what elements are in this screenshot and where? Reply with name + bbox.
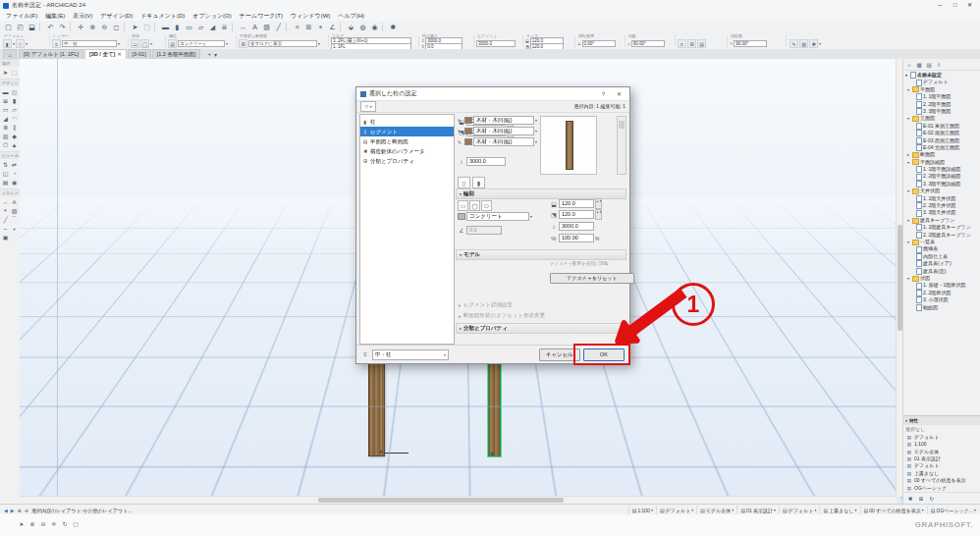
3d-view-icon[interactable]: ⬙: [346, 22, 356, 32]
settings-icon[interactable]: ✱: [809, 39, 818, 48]
view-tab[interactable]: [0] デフォルト [1. 1FL] ✕: [19, 49, 83, 59]
twisty-icon[interactable]: ▾: [907, 86, 911, 93]
spline-tool-icon[interactable]: ~: [1, 224, 10, 233]
close-button[interactable]: ✕: [962, 0, 977, 11]
toolbar-separator[interactable]: [232, 23, 236, 31]
wall-tool-icon[interactable]: ▬: [1, 87, 10, 96]
navigator-item[interactable]: 2. 2階平面詳細図: [903, 173, 980, 180]
twisty-icon[interactable]: ▸: [907, 151, 911, 158]
property-row[interactable]: ▤ 01 表示設計: [903, 456, 980, 462]
navigator-folder[interactable]: ▾建具キープラン: [903, 217, 980, 224]
stepper[interactable]: ▲▼: [595, 209, 602, 220]
camera-tool-icon[interactable]: ◉: [10, 178, 19, 187]
menu-item[interactable]: ウィンドウ(W): [287, 12, 334, 21]
arrow-icon[interactable]: ➤: [130, 22, 140, 32]
navigator-folder[interactable]: ▾平面図: [903, 86, 980, 93]
contour-height-field[interactable]: 3000.0: [559, 222, 594, 231]
fit-view-icon[interactable]: ◻: [111, 22, 122, 32]
menu-item[interactable]: ドキュメント(D): [136, 12, 189, 21]
nav-grid-icon[interactable]: ⊞: [917, 495, 925, 503]
navigator-item[interactable]: 1. 1階平面図: [903, 93, 980, 100]
material-override-row[interactable]: ✎ 木材・木目(縦) ▾: [458, 116, 628, 125]
menu-item[interactable]: ファイル(F): [2, 12, 41, 21]
dialog-tree-item[interactable]: ▮ 柱: [360, 117, 454, 127]
dialog-tree-item[interactable]: ▤ 平面図と断面図: [360, 136, 454, 146]
statusbar-dropdown[interactable]: ▤ 1:100 ▾: [628, 506, 653, 514]
property-row[interactable]: ▤ デフォルト: [903, 434, 980, 441]
select-arrow-icon[interactable]: ➤: [18, 519, 26, 527]
axis-angle-field[interactable]: 90.00°: [734, 40, 767, 47]
line-tool-icon[interactable]: ╱: [1, 215, 10, 224]
pen-icon[interactable]: ✎: [789, 39, 798, 48]
curtainwall-tool-icon[interactable]: ▥: [1, 132, 10, 140]
dialog-layer-select[interactable]: 中・柱 ▾: [372, 349, 449, 360]
fill-icon[interactable]: ▨: [799, 39, 808, 48]
navigator-item[interactable]: 2. 2階建具キープラン: [903, 232, 980, 239]
view-tab[interactable]: [1.2 各階平面図] ✕: [152, 49, 201, 59]
marquee-icon[interactable]: ⬚: [141, 22, 152, 32]
view-tab[interactable]: [3-01] ✕: [128, 49, 151, 59]
navigator-item[interactable]: E-03 西側立面図: [903, 137, 980, 144]
wall-icon[interactable]: ▬: [160, 22, 171, 32]
grid-icon[interactable]: ⊞: [303, 22, 314, 32]
slab-icon[interactable]: ▱: [195, 22, 206, 32]
label-tool-icon[interactable]: ⌖: [1, 206, 10, 215]
property-row[interactable]: ▤ デフォルト: [903, 462, 980, 469]
navigator-item[interactable]: 2. 2階平面図: [903, 101, 980, 108]
contour-depth-field[interactable]: 120.0: [559, 210, 594, 219]
marquee-tool-icon[interactable]: ⬚: [10, 68, 19, 77]
shell-tool-icon[interactable]: ◠: [10, 114, 19, 123]
fill-icon[interactable]: ▨: [261, 22, 272, 32]
navigator-item[interactable]: 1. 1階建具キープラン: [903, 224, 980, 231]
arrow-tool-icon[interactable]: ➤: [1, 68, 10, 77]
hotspot-tool-icon[interactable]: +: [10, 224, 19, 233]
property-row[interactable]: ▤ 1:100: [903, 441, 980, 448]
toolbar-separator[interactable]: [70, 23, 74, 31]
stair-tool-icon[interactable]: ≣: [1, 123, 10, 132]
hatch-icon[interactable]: ▤: [168, 39, 177, 48]
navigator-item[interactable]: 3. 3階平面詳細図: [903, 181, 980, 188]
contour-width-field[interactable]: 120.0: [559, 199, 594, 208]
navigator-item[interactable]: E-04 北側立面図: [903, 144, 980, 151]
menu-item[interactable]: オプション(O): [189, 12, 235, 21]
circle-shape-icon[interactable]: ◯: [140, 39, 149, 48]
navigator-item[interactable]: 3. 3階平面図: [903, 108, 980, 115]
nav-settings-icon[interactable]: ✱: [906, 495, 914, 503]
beam-icon[interactable]: ▭: [184, 22, 194, 32]
statusbar-dropdown[interactable]: ▤ デフォルト ▾: [656, 506, 693, 514]
chevron-down-icon[interactable]: ▾: [318, 41, 320, 46]
open-file-icon[interactable]: ◰: [15, 22, 26, 32]
navigator-item[interactable]: 2. 2階床伏図: [903, 290, 980, 296]
property-row[interactable]: ▤ モデル全体: [903, 449, 980, 456]
scrollbar-thumb[interactable]: [318, 498, 564, 503]
snap-icon[interactable]: ⌖: [315, 22, 326, 32]
layout-book-icon[interactable]: ▤: [925, 61, 933, 69]
statusbar-dropdown[interactable]: ▤ 00 すべての構造を表示 ▾: [860, 506, 924, 514]
zone-tool-icon[interactable]: ⬠: [1, 140, 10, 149]
slab-tool-icon[interactable]: ▱: [10, 105, 19, 114]
menu-item[interactable]: デザイン(D): [96, 12, 136, 21]
display-select[interactable]: 全フロアに表示: [248, 40, 317, 47]
navigator-item[interactable]: 2. 2階天井伏図: [903, 202, 980, 209]
tab-list-icon[interactable]: ▾: [214, 51, 217, 58]
building-material-select[interactable]: コンクリート: [466, 212, 529, 221]
statusbar-dropdown[interactable]: ▤ 01 表示設計 ▾: [736, 506, 776, 514]
view-tab[interactable]: [3D / 全て] ✕: [84, 49, 127, 59]
menu-item[interactable]: チームワーク(T): [236, 12, 287, 21]
property-row[interactable]: ▤ 00 すべての構造を表示: [903, 477, 980, 484]
navigator-item[interactable]: 軸組図: [903, 304, 980, 311]
project-root[interactable]: ▾ 名称未設定: [903, 72, 980, 79]
property-row[interactable]: ▤ OGベーシック: [903, 485, 980, 492]
zoom-in-icon[interactable]: ⊕: [18, 508, 22, 513]
dialog-tree-item[interactable]: ▯ セグメント: [360, 127, 454, 136]
pan-icon[interactable]: ✛: [76, 22, 86, 32]
twisty-icon[interactable]: ▾: [907, 275, 911, 282]
undo-icon[interactable]: ↶: [45, 22, 56, 32]
view-map-icon[interactable]: ▦: [915, 61, 923, 69]
redo-icon[interactable]: ↷: [57, 22, 68, 32]
line-icon[interactable]: ╱: [273, 22, 284, 32]
zoom-out-icon[interactable]: ⊖: [25, 508, 28, 513]
rect-shape-icon[interactable]: ▭: [131, 39, 139, 48]
favorites-button[interactable]: ☆▾: [360, 101, 376, 112]
toolbar-separator[interactable]: [382, 23, 386, 31]
